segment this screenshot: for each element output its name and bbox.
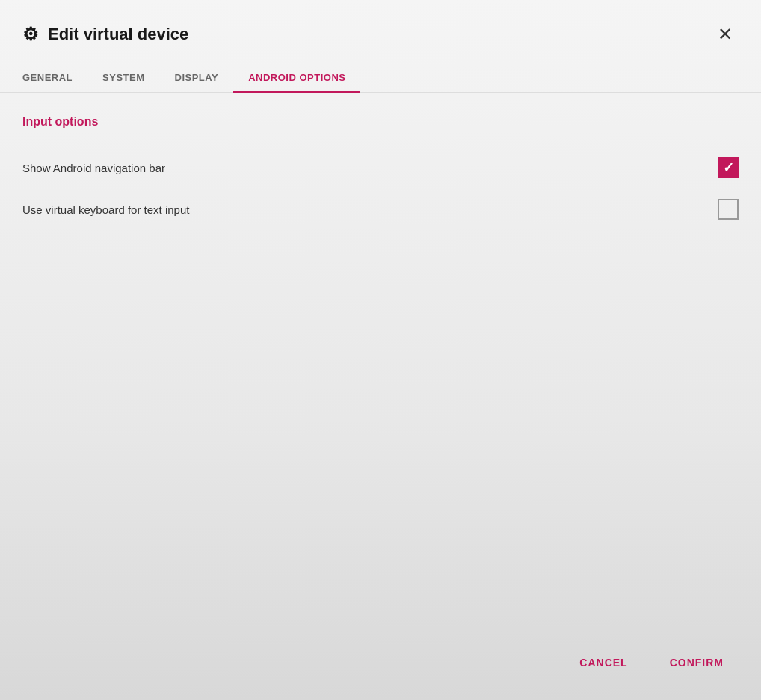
tab-android-options[interactable]: ANDROID OPTIONS bbox=[233, 63, 360, 92]
checkbox-nav-bar[interactable]: ✓ bbox=[718, 157, 739, 178]
dialog-title: ⚙ Edit virtual device bbox=[22, 24, 188, 45]
edit-virtual-device-dialog: ⚙ Edit virtual device ✕ GENERAL SYSTEM D… bbox=[0, 0, 761, 700]
tab-display[interactable]: DISPLAY bbox=[160, 63, 234, 92]
tabs-container: GENERAL SYSTEM DISPLAY ANDROID OPTIONS bbox=[0, 63, 761, 93]
option-row-virtual-keyboard: Use virtual keyboard for text input bbox=[22, 188, 739, 230]
dialog-header: ⚙ Edit virtual device ✕ bbox=[0, 0, 761, 63]
option-label-nav-bar: Show Android navigation bar bbox=[22, 162, 165, 174]
section-title-input-options: Input options bbox=[22, 115, 739, 129]
dialog-footer: CANCEL CONFIRM bbox=[0, 633, 761, 700]
option-row-nav-bar: Show Android navigation bar ✓ bbox=[22, 147, 739, 188]
tab-general[interactable]: GENERAL bbox=[22, 63, 87, 92]
cancel-button[interactable]: CANCEL bbox=[564, 648, 642, 678]
option-label-virtual-keyboard: Use virtual keyboard for text input bbox=[22, 203, 189, 216]
tab-system[interactable]: SYSTEM bbox=[87, 63, 159, 92]
checkbox-virtual-keyboard[interactable] bbox=[718, 199, 739, 220]
dialog-title-text: Edit virtual device bbox=[48, 25, 188, 44]
gear-icon: ⚙ bbox=[22, 24, 39, 45]
checkmark-icon: ✓ bbox=[723, 161, 734, 174]
confirm-button[interactable]: CONFIRM bbox=[655, 648, 739, 678]
close-button[interactable]: ✕ bbox=[712, 21, 739, 48]
dialog-content: Input options Show Android navigation ba… bbox=[0, 93, 761, 633]
